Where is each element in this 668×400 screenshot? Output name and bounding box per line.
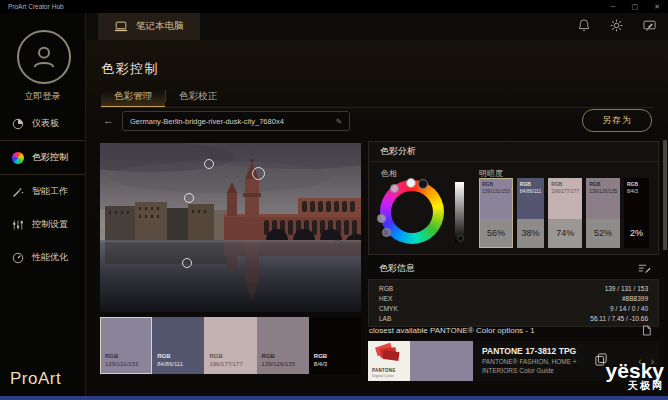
magic-wand-icon: [11, 186, 24, 198]
hue-marker[interactable]: [418, 179, 428, 189]
close-button[interactable]: ✕: [654, 1, 660, 12]
avatar[interactable]: [17, 30, 71, 84]
filename-input[interactable]: Germany-Berlin-bridge-river-dusk-city_76…: [122, 111, 350, 131]
sidebar-item-dashboard[interactable]: 仪表板: [0, 107, 85, 140]
page-title: 色彩控制: [101, 60, 159, 78]
sidebar-item-color-control[interactable]: 色彩控制: [0, 140, 85, 175]
pantone-result-row[interactable]: PANTONE Digital Color PANTONE 17-3812 TP…: [368, 341, 659, 381]
sidebar-nav: 仪表板 色彩控制 智能工作 控制设置 性能优化: [0, 107, 85, 274]
copy-page-icon[interactable]: [642, 325, 651, 336]
palette-strip: RGB 139/131/153 RGB 84/86/111 RGB 196/17…: [100, 317, 361, 374]
color-analysis-panel: 色彩分析 色相 明暗度 RGB 139/131/153 56% RGB: [368, 141, 659, 255]
save-as-button[interactable]: 另存为: [582, 109, 652, 132]
color-info-rows: RGB 139 / 131 / 153 HEX #8B8399 CMYK 9 /…: [368, 279, 659, 327]
info-value: 139 / 131 / 153: [605, 285, 648, 292]
pantone-guide-line2: INTERIORS Color Guide: [482, 367, 554, 374]
info-row: CMYK 9 / 14 / 0 / 40: [379, 303, 648, 313]
card-rgb-value: 139/126/135: [589, 188, 617, 194]
back-arrow-icon[interactable]: ←: [103, 112, 114, 128]
hue-label: 色相: [381, 168, 397, 179]
hue-marker[interactable]: [382, 228, 391, 237]
copy-list-icon[interactable]: [638, 263, 651, 274]
pantone-color-swatch: [410, 341, 473, 381]
pantone-section: closest available PANTONE® Color options…: [368, 324, 659, 381]
brightness-card[interactable]: RGB 139/126/135 52%: [586, 178, 620, 248]
info-label: CMYK: [379, 305, 398, 312]
color-sample-marker[interactable]: [334, 240, 343, 249]
copy-icon[interactable]: [595, 353, 607, 366]
top-header: 笔记本电脑: [85, 13, 668, 40]
maximize-button[interactable]: ▢: [632, 1, 639, 12]
device-tab-label: 笔记本电脑: [136, 20, 184, 33]
sidebar-item-label: 性能优化: [32, 251, 68, 264]
swatch-label: RGB: [314, 353, 327, 359]
brightness-card[interactable]: RGB 196/177/177 74%: [548, 178, 582, 248]
pantone-logo: PANTONE Digital Color: [368, 341, 410, 381]
color-sample-marker[interactable]: [184, 193, 194, 203]
scrollbar-thumb[interactable]: [663, 140, 667, 250]
device-tab-laptop[interactable]: 笔记本电脑: [98, 13, 200, 40]
card-rgb-label: RGB: [520, 181, 542, 187]
info-row: LAB 56.11 / 7.45 / -10.66: [379, 313, 648, 323]
info-label: HEX: [379, 295, 392, 302]
swatch-value: 8/4/3: [314, 361, 327, 367]
card-percent: 52%: [586, 219, 620, 248]
info-label: RGB: [379, 285, 393, 292]
tab-color-management[interactable]: 色彩管理: [101, 86, 165, 106]
palette-swatch[interactable]: RGB 84/86/111: [152, 317, 204, 374]
main-content: 色彩控制 色彩管理 色彩校正 ← Germany-Berlin-bridge-r…: [85, 40, 668, 400]
hue-marker[interactable]: [390, 184, 399, 193]
hue-wheel[interactable]: [380, 180, 444, 244]
brightness-card[interactable]: RGB 139/131/153 56%: [479, 178, 513, 248]
swatch-label: RGB: [157, 353, 170, 359]
brightness-card[interactable]: RGB 84/86/111 38%: [517, 178, 545, 248]
pantone-prev-button[interactable]: ‹: [638, 356, 641, 367]
sidebar-item-label: 仪表板: [32, 117, 59, 130]
card-percent: 2%: [624, 219, 649, 248]
palette-swatch[interactable]: RGB 196/177/177: [204, 317, 256, 374]
minimize-button[interactable]: ─: [611, 1, 616, 12]
info-label: LAB: [379, 315, 391, 322]
tab-color-calibration[interactable]: 色彩校正: [166, 86, 230, 106]
hue-marker[interactable]: [377, 214, 386, 223]
swatch-value: 84/86/111: [157, 361, 183, 367]
card-rgb-value: 84/86/111: [520, 188, 542, 194]
swatch-label: RGB: [105, 353, 118, 359]
sidebar-item-control-settings[interactable]: 控制设置: [0, 208, 85, 241]
settings-gear-icon[interactable]: [610, 19, 623, 32]
notification-bell-icon[interactable]: [578, 19, 590, 32]
color-sample-marker[interactable]: [252, 167, 265, 180]
color-sample-marker[interactable]: [204, 159, 214, 169]
feedback-icon[interactable]: [643, 20, 656, 32]
palette-swatch[interactable]: RGB 139/126/135: [257, 317, 309, 374]
pantone-next-button[interactable]: ›: [651, 356, 654, 367]
gauge-icon: [11, 252, 24, 264]
lightness-slider[interactable]: [455, 182, 464, 242]
info-row: HEX #8B8399: [379, 293, 648, 303]
palette-swatch[interactable]: RGB 139/131/153: [100, 317, 152, 374]
swatch-label: RGB: [262, 353, 275, 359]
sidebar-item-performance[interactable]: 性能优化: [0, 241, 85, 274]
pantone-header-text: closest available PANTONE® Color options…: [369, 326, 535, 335]
photo-preview[interactable]: [100, 143, 361, 312]
card-percent: 38%: [517, 219, 545, 248]
brightness-card[interactable]: RGB 8/4/3 2%: [624, 178, 649, 248]
card-rgb-label: RGB: [551, 181, 579, 187]
sliders-icon: [11, 219, 24, 231]
card-rgb-value: 139/131/153: [482, 188, 510, 194]
sign-in-link[interactable]: 立即登录: [0, 90, 85, 103]
dashboard-icon: [11, 118, 24, 130]
info-value: 56.11 / 7.45 / -10.66: [590, 315, 648, 322]
card-percent: 56%: [479, 219, 513, 248]
info-row: RGB 139 / 131 / 153: [379, 283, 648, 293]
title-bar: ProArt Creator Hub ─ ▢ ✕: [0, 0, 668, 13]
palette-swatch[interactable]: RGB 8/4/3: [309, 317, 361, 374]
lightness-slider-handle[interactable]: [457, 235, 464, 242]
edit-pencil-icon[interactable]: ✎: [336, 117, 342, 126]
proart-logo: ProArt: [10, 369, 61, 389]
sidebar-item-smart-work[interactable]: 智能工作: [0, 175, 85, 208]
analysis-title: 色彩分析: [380, 145, 416, 158]
color-sample-marker[interactable]: [182, 258, 192, 268]
swatch-value: 139/126/135: [262, 361, 295, 367]
hue-marker[interactable]: [406, 178, 416, 188]
